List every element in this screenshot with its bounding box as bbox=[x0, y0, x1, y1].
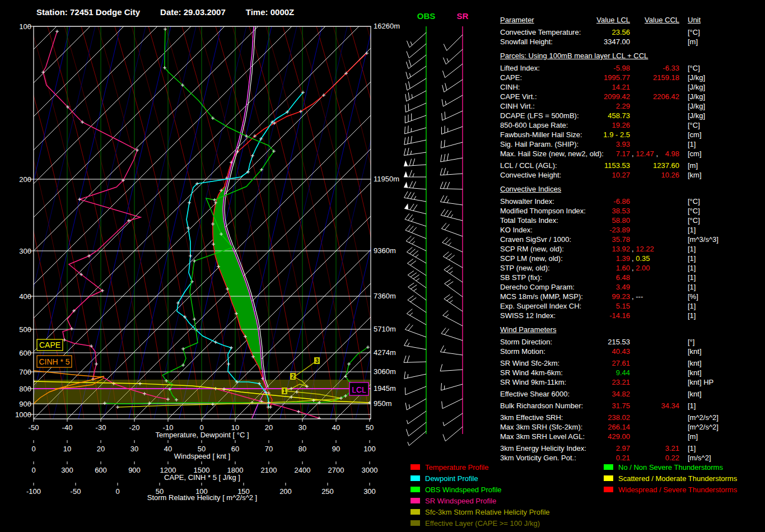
wind-barb-staff bbox=[405, 386, 426, 395]
value-ccl: 2206.42 bbox=[500, 92, 679, 101]
cape-label: CAPE bbox=[39, 340, 60, 349]
temperature-tick-label: -30 bbox=[96, 423, 106, 432]
wind-barb-full bbox=[446, 254, 452, 258]
wind-barb-half bbox=[450, 271, 453, 273]
table-section-header: Convective Indices bbox=[500, 184, 763, 197]
wind-barb-full bbox=[413, 274, 419, 278]
parameter-row: Max. Hail Size (new, new2, old):7.17, 12… bbox=[500, 149, 763, 158]
wind-barb-full bbox=[406, 236, 411, 241]
parameter-row: Lifted Index:-5.98-6.33[°C] bbox=[500, 63, 763, 73]
legend-label: Widespread / Severe Thunderstorms bbox=[618, 486, 737, 494]
parameter-table-body: Convective Temperature:23.56[°C]Snowfall… bbox=[500, 27, 763, 463]
legend-label: SR Windspeed Profile bbox=[425, 497, 496, 505]
unit: [°C] bbox=[688, 216, 700, 225]
wind-barb-staff bbox=[443, 95, 463, 106]
adiabat-line bbox=[115, 26, 202, 419]
unit: [cm] bbox=[688, 130, 702, 139]
wind-barb-full bbox=[408, 283, 414, 287]
wind-barb-full bbox=[441, 209, 445, 216]
value-lcl: 19.26 bbox=[500, 120, 630, 130]
wind-barb-full bbox=[404, 371, 405, 379]
parameter-table-header: Parameter Value LCL Value CCL Unit bbox=[500, 15, 763, 26]
wind-barb-half bbox=[408, 442, 409, 446]
value-lcl: 458.73 bbox=[500, 111, 630, 120]
wind-barb-half bbox=[409, 73, 411, 77]
profile-legend-item: Effective Layer (CAPE >= 100 J/kg) bbox=[411, 517, 550, 529]
skewt-diagram: 123CAPECINH * 5LCL10016260m20011950m3009… bbox=[0, 0, 493, 532]
wind-barb-full bbox=[447, 211, 451, 217]
wind-barb-staff bbox=[404, 208, 426, 214]
altitude-label: 5710m bbox=[374, 325, 396, 333]
wind-barb-full bbox=[405, 213, 409, 219]
unit: [J/kg] bbox=[688, 82, 705, 92]
unit: [m^3/s^3] bbox=[688, 235, 719, 244]
parameter-row: Convective Height:10.2710.26[km] bbox=[500, 170, 763, 180]
dewpoint-profile bbox=[177, 92, 303, 407]
value-lcl: 3347.00 bbox=[500, 37, 630, 46]
wind-barb-half bbox=[451, 214, 453, 218]
parameter-row: SR Wind Sfc-2km:27.61[knt] bbox=[500, 358, 763, 368]
wind-barb-half bbox=[447, 171, 448, 175]
parameter-row: 3km Energy Helicity Index:2.973.21[1] bbox=[500, 444, 763, 453]
unit: [1] bbox=[688, 254, 696, 263]
parameter-row: Modified Thompson Index:38.53[°C] bbox=[500, 206, 763, 216]
altitude-label: 1945m bbox=[374, 384, 396, 393]
wind-barb-full bbox=[410, 261, 416, 265]
value-lcl: 40.43 bbox=[500, 347, 630, 356]
km-marker-text: 2 bbox=[291, 374, 295, 380]
wind-barb-full bbox=[407, 309, 412, 314]
legend-label: Effective Layer (CAPE >= 100 J/kg) bbox=[425, 519, 540, 528]
unit: [m] bbox=[688, 432, 698, 441]
cape-area-fill bbox=[213, 186, 262, 370]
wind-barb-full bbox=[447, 296, 453, 301]
wind-barb-full bbox=[408, 226, 413, 232]
wind-barb-full bbox=[409, 170, 412, 177]
windspeed-tick-label: 10 bbox=[63, 445, 71, 453]
legend-label: Sfc-3km Storm Relative Helicity Profile bbox=[425, 508, 550, 516]
value-extra: , 0.35 bbox=[632, 254, 650, 263]
value-ccl: 34.34 bbox=[500, 401, 679, 410]
value-lcl: 23.56 bbox=[500, 27, 630, 37]
value-ccl: 3.21 bbox=[500, 444, 679, 453]
adiabat-line bbox=[300, 26, 386, 419]
unit: [J/kg] bbox=[688, 92, 705, 101]
wind-barb-half bbox=[413, 289, 417, 291]
wind-barb-full bbox=[441, 328, 446, 333]
wind-barb-full bbox=[413, 158, 415, 165]
parameter-row: SCP RM (new, old):13.92, 12.22[1] bbox=[500, 244, 763, 254]
wind-barb-full bbox=[441, 383, 442, 390]
srh-tick-label: 0 bbox=[115, 487, 119, 496]
wind-barb-full bbox=[444, 196, 447, 202]
col-unit: Unit bbox=[688, 15, 701, 25]
wind-barb-staff bbox=[408, 422, 426, 436]
value-lcl: 429.00 bbox=[500, 432, 630, 441]
legend-swatch bbox=[604, 464, 613, 470]
temperature-tick-label: -20 bbox=[129, 423, 140, 432]
isotherm-diagonal bbox=[0, 26, 23, 419]
wind-barb-full bbox=[408, 214, 413, 220]
mixing-ratio-line bbox=[330, 26, 423, 419]
unit: [1] bbox=[688, 244, 696, 254]
unit: [°] bbox=[688, 337, 694, 347]
wind-barb-staff bbox=[404, 198, 426, 202]
lcl-label: LCL bbox=[352, 385, 366, 394]
wind-barb-full bbox=[406, 429, 408, 436]
wind-barb-half bbox=[447, 199, 449, 203]
srh-tick-label: 300 bbox=[363, 487, 376, 496]
parameter-row: MCS 18m/s (MMP, MSP):99.23, ---[%] bbox=[500, 292, 763, 301]
legend-swatch bbox=[411, 498, 420, 503]
parameter-row: CAPE:1995.772159.18[J/kg] bbox=[500, 73, 763, 82]
parameter-row: DCAPE (LFS = 500mB):458.73[J/kg] bbox=[500, 111, 763, 120]
wind-barb-full bbox=[408, 137, 409, 144]
srh-axis-label: Storm Relative Helicity [ m^2/s^2 ] bbox=[147, 493, 257, 502]
adiabat-line bbox=[484, 26, 493, 419]
wind-barb-staff bbox=[408, 411, 426, 424]
srh-tick-label: 250 bbox=[321, 487, 334, 496]
unit: [1] bbox=[688, 139, 696, 149]
sr-column-label: SR bbox=[457, 11, 469, 21]
cape-axis-label: CAPE, CINH * 5 [ J/kg ] bbox=[164, 473, 240, 482]
col-value-ccl: Value CCL bbox=[500, 15, 679, 25]
severity-legend-item: Widespread / Severe Thunderstorms bbox=[604, 484, 737, 495]
wind-barb-full bbox=[440, 346, 444, 352]
wind-barb-full bbox=[440, 182, 443, 189]
